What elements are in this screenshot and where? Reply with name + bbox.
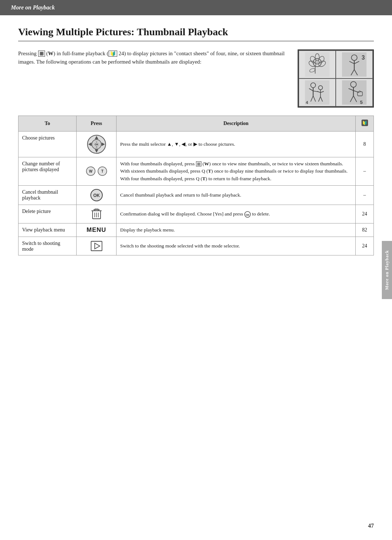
page-number: 47 <box>368 523 374 529</box>
thumb-cell-4: 5 <box>336 79 372 106</box>
intro-text: Pressing ⊞ (W) in full-frame playback (🔰… <box>18 49 290 67</box>
row-description: Switch to the shooting mode selected wit… <box>117 237 356 255</box>
row-press: S OK ⊞ <box>77 132 117 157</box>
side-tab-label: More on Playback <box>384 250 390 290</box>
info-table: To Press Description 🔰 Choose pictures <box>18 116 374 255</box>
row-page: – <box>356 185 374 205</box>
row-description: Display the playback menu. <box>117 223 356 237</box>
play-mode-icon <box>90 241 103 251</box>
table-row: View playback menu MENU Display the play… <box>19 223 374 237</box>
row-press: MENU <box>77 223 117 237</box>
svg-text:4: 4 <box>306 100 309 105</box>
table-row: Cancel thumbnail playback OK Cancel thum… <box>19 185 374 205</box>
row-page: 24 <box>356 205 374 223</box>
thumb-cell-3: 4 <box>299 79 335 106</box>
row-to: Delete picture <box>19 205 77 223</box>
row-press: W T <box>77 157 117 186</box>
trash-icon <box>91 208 102 220</box>
multi-selector-icon: S OK ⊞ <box>87 134 106 154</box>
ref-icon: 🔰 <box>109 51 117 57</box>
svg-text:OK: OK <box>93 193 100 198</box>
row-page: 8 <box>356 132 374 157</box>
row-to: Cancel thumbnail playback <box>19 185 77 205</box>
svg-rect-0 <box>305 52 330 77</box>
main-content: Viewing Multiple Pictures: Thumbnail Pla… <box>0 15 392 266</box>
page-container: More on Playback Viewing Multiple Pictur… <box>0 0 392 540</box>
row-description: Cancel thumbnail playback and return to … <box>117 185 356 205</box>
w-button-icon: W <box>86 166 95 176</box>
row-to: Choose pictures <box>19 132 77 157</box>
row-description: Confirmation dialog will be displayed. C… <box>117 205 356 223</box>
row-press: OK <box>77 185 117 205</box>
row-to: Change number of pictures displayed <box>19 157 77 186</box>
svg-text:⊞: ⊞ <box>96 146 97 148</box>
row-page: 82 <box>356 223 374 237</box>
header-page: 🔰 <box>356 116 374 132</box>
section-label: More on Playback <box>11 4 55 11</box>
page-title: Viewing Multiple Pictures: Thumbnail Pla… <box>18 26 374 41</box>
svg-text:🔰: 🔰 <box>362 120 367 125</box>
intro-section: Pressing ⊞ (W) in full-frame playback (🔰… <box>18 49 374 108</box>
thumb-cell-2: 3 <box>336 51 372 78</box>
row-page: – <box>356 157 374 186</box>
thumb-cell-1 <box>299 51 335 78</box>
table-row: Choose pictures <box>19 132 374 157</box>
header-press: Press <box>77 116 117 132</box>
svg-text:5: 5 <box>360 100 363 105</box>
row-description: With four thumbnails displayed, press ⊞ … <box>117 157 356 186</box>
table-header-row: To Press Description 🔰 <box>19 116 374 132</box>
svg-rect-32 <box>342 80 367 105</box>
row-press <box>77 237 117 255</box>
row-to: View playback menu <box>19 223 77 237</box>
svg-rect-18 <box>305 80 330 105</box>
top-bar: More on Playback <box>0 0 392 15</box>
svg-text:3: 3 <box>362 55 365 61</box>
svg-text:OK: OK <box>94 143 98 146</box>
side-tab: More on Playback <box>382 241 392 299</box>
ok-inline-icon: OK <box>244 211 251 218</box>
header-to: To <box>19 116 77 132</box>
row-to: Switch to shooting mode <box>19 237 77 255</box>
row-page: 24 <box>356 237 374 255</box>
svg-text:W: W <box>89 169 93 173</box>
row-description: Press the multi selector ▲, ▼, ◀, or ▶ t… <box>117 132 356 157</box>
row-press <box>77 205 117 223</box>
svg-text:OK: OK <box>246 214 250 216</box>
svg-text:T: T <box>101 169 103 173</box>
thumbnail-btn-icon: ⊞ <box>38 51 45 57</box>
menu-button-label: MENU <box>86 226 106 234</box>
table-row: Change number of pictures displayed W T <box>19 157 374 186</box>
t-button-icon: T <box>98 166 107 176</box>
svg-point-7 <box>315 60 319 64</box>
thumbnail-preview: 3 <box>298 49 374 108</box>
header-description: Description <box>117 116 356 132</box>
svg-marker-69 <box>95 243 100 249</box>
ok-button-icon: OK <box>90 189 103 202</box>
table-row: Switch to shooting mode Switch to the sh… <box>19 237 374 255</box>
table-row: Delete picture <box>19 205 374 223</box>
